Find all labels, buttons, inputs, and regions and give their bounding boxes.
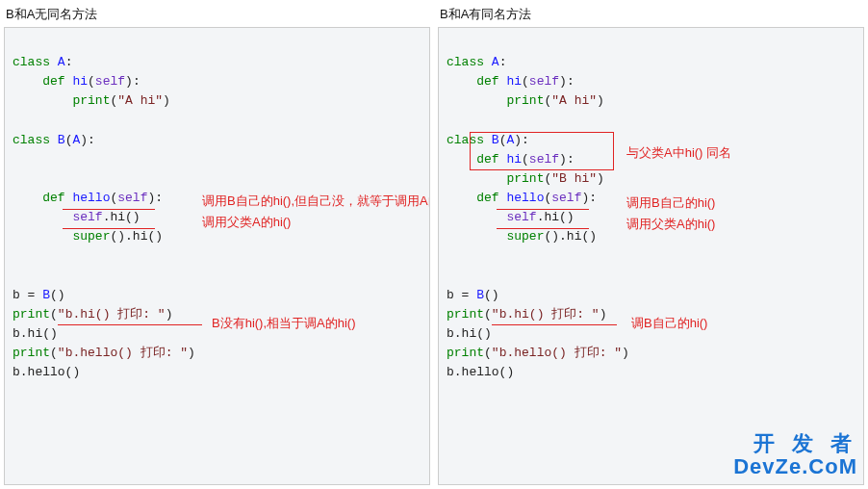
left-panel: class A: def hi(self): print("A hi") cla… <box>4 27 430 485</box>
underline-self-hi-right <box>497 209 589 210</box>
note-self-hi-right: 调用B自己的hi() <box>626 193 715 213</box>
note-bhi-left: B没有hi(),相当于调A的hi() <box>212 314 356 333</box>
right-column: B和A有同名方法 class A: def hi(self): print("A… <box>438 4 864 485</box>
note-bhi-right: 调B自己的hi() <box>631 314 707 333</box>
note-self-hi-left: 调用B自己的hi(),但自己没，就等于调用A的hi() <box>202 192 430 211</box>
note-super-hi-left: 调用父类A的hi() <box>202 213 291 232</box>
right-panel: class A: def hi(self): print("A hi") cla… <box>438 27 864 485</box>
underline-bhi-right <box>492 324 617 325</box>
note-def-hi-B: 与父类A中hi() 同名 <box>626 143 731 163</box>
underline-super-hi-left <box>63 228 155 229</box>
note-super-hi-right: 调用父类A的hi() <box>626 215 715 234</box>
right-heading: B和A有同名方法 <box>438 4 864 27</box>
left-heading: B和A无同名方法 <box>4 4 430 27</box>
underline-super-hi-right <box>497 228 589 229</box>
left-code-block: class A: def hi(self): print("A hi") cla… <box>5 28 429 485</box>
underline-self-hi-left <box>63 209 155 210</box>
left-column: B和A无同名方法 class A: def hi(self): print("A… <box>4 4 430 485</box>
underline-bhi-left <box>58 324 202 325</box>
right-code-block: class A: def hi(self): print("A hi") cla… <box>439 28 863 485</box>
two-column-wrap: B和A无同名方法 class A: def hi(self): print("A… <box>0 0 868 489</box>
